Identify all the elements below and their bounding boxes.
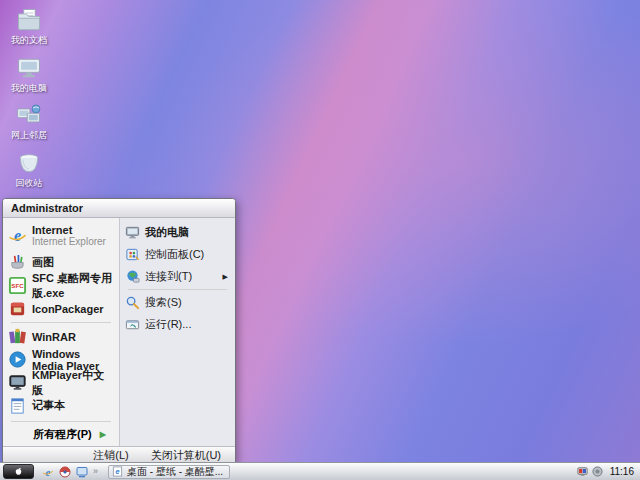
desktop-icon-label: 回收站 (2, 178, 56, 188)
connect-to-icon (125, 269, 140, 284)
svg-text:e: e (14, 227, 21, 244)
menu-item-label: Internet (32, 225, 106, 236)
paint-icon (8, 253, 27, 272)
windows-media-player-icon (8, 350, 27, 369)
menu-separator (11, 322, 111, 323)
taskbar-clock[interactable]: 11:16 (610, 466, 634, 477)
show-desktop-icon[interactable] (76, 466, 88, 478)
start-menu-right-column: 我的电脑 控制面板(C) 连接到(T) ▶ 搜索(S) (119, 218, 235, 446)
menu-item-sublabel: Internet Explorer (32, 236, 106, 247)
menu-item-iconpackager[interactable]: IconPackager (5, 297, 117, 320)
start-menu-body: e InternetInternet Explorer 画图 SFC SFC 桌… (3, 218, 235, 446)
run-icon (125, 317, 140, 332)
start-apple-logo-icon (13, 466, 24, 477)
desktop: 我的文档 我的电脑 网上邻居 回收站 Administrator e Inter… (0, 0, 640, 480)
start-menu: Administrator e InternetInternet Explore… (2, 198, 236, 464)
menu-item-label: 搜索(S) (145, 295, 182, 310)
menu-item-my-computer[interactable]: 我的电脑 (122, 222, 233, 243)
menu-item-label: 运行(R)... (145, 317, 191, 332)
menu-separator (11, 421, 111, 422)
network-places-icon (15, 101, 43, 129)
my-computer-icon (15, 54, 43, 82)
menu-item-label: 连接到(T) (145, 269, 192, 284)
taskbar: e » e 桌面 - 壁纸 - 桌酷壁... 11:16 (0, 462, 640, 480)
menu-item-internet[interactable]: e InternetInternet Explorer (5, 221, 117, 251)
volume-icon[interactable] (592, 466, 603, 477)
desktop-icon-label: 我的文档 (2, 35, 56, 45)
menu-item-label: SFC 桌酷网专用版.exe (32, 271, 114, 301)
internet-explorer-icon: e (8, 227, 27, 246)
menu-spacer (5, 417, 117, 419)
svg-text:e: e (115, 467, 119, 476)
menu-item-label: WinRAR (32, 331, 76, 343)
media-player-icon[interactable] (59, 466, 71, 478)
menu-item-run[interactable]: 运行(R)... (122, 314, 233, 335)
menu-item-notepad[interactable]: 记事本 (5, 394, 117, 417)
menu-item-label: 记事本 (32, 398, 65, 413)
menu-item-kmplayer[interactable]: KMPlayer中文版 (5, 371, 117, 394)
internet-explorer-page-icon: e (112, 466, 123, 477)
menu-item-label: 控制面板(C) (145, 247, 204, 262)
quick-launch-bar: e » (42, 466, 98, 478)
desktop-icon-label: 我的电脑 (2, 83, 56, 93)
desktop-icon-network-places[interactable]: 网上邻居 (2, 101, 56, 140)
recycle-bin-icon (15, 149, 43, 177)
search-icon (125, 295, 140, 310)
svg-text:e: e (46, 466, 51, 478)
desktop-icon-my-computer[interactable]: 我的电脑 (2, 54, 56, 93)
my-computer-icon (125, 225, 140, 240)
internet-explorer-icon[interactable]: e (42, 466, 54, 478)
start-button[interactable] (3, 464, 34, 479)
menu-item-control-panel[interactable]: 控制面板(C) (122, 244, 233, 265)
menu-item-label: IconPackager (32, 303, 104, 315)
control-panel-icon (125, 247, 140, 262)
notepad-icon (8, 396, 27, 415)
start-menu-user-name: Administrator (3, 199, 235, 218)
all-programs-label: 所有程序(P) (33, 427, 92, 442)
desktop-icon-recycle-bin[interactable]: 回收站 (2, 149, 56, 188)
start-menu-footer: 注销(L) 关闭计算机(U) (3, 446, 235, 463)
menu-item-search[interactable]: 搜索(S) (122, 292, 233, 313)
menu-item-label: 画图 (32, 255, 54, 270)
menu-item-winrar[interactable]: WinRAR (5, 325, 117, 348)
taskbar-window-button-label: 桌面 - 壁纸 - 桌酷壁... (127, 465, 223, 479)
chevron-right-icon[interactable]: » (93, 467, 98, 476)
shut-down-button[interactable]: 关闭计算机(U) (151, 448, 221, 463)
submenu-arrow-icon: ▶ (223, 273, 230, 281)
display-settings-icon[interactable] (577, 466, 588, 477)
svg-text:SFC: SFC (11, 282, 24, 289)
iconpackager-icon (8, 299, 27, 318)
start-menu-left-column: e InternetInternet Explorer 画图 SFC SFC 桌… (3, 218, 119, 446)
menu-item-connect-to[interactable]: 连接到(T) ▶ (122, 266, 233, 287)
menu-item-label: KMPlayer中文版 (32, 368, 114, 398)
all-programs-button[interactable]: 所有程序(P) ▶ (5, 424, 117, 444)
menu-item-label: 我的电脑 (145, 225, 189, 240)
taskbar-window-button[interactable]: e 桌面 - 壁纸 - 桌酷壁... (108, 465, 230, 479)
desktop-icon-my-documents[interactable]: 我的文档 (2, 6, 56, 45)
all-programs-arrow-icon: ▶ (100, 430, 106, 439)
log-off-button[interactable]: 注销(L) (93, 448, 128, 463)
system-tray: 11:16 (577, 466, 637, 477)
my-documents-icon (15, 6, 43, 34)
kmplayer-icon (8, 373, 27, 392)
menu-item-sfc[interactable]: SFC SFC 桌酷网专用版.exe (5, 274, 117, 297)
winrar-icon (8, 327, 27, 346)
desktop-icon-label: 网上邻居 (2, 130, 56, 140)
menu-separator (128, 289, 227, 290)
sfc-icon: SFC (8, 276, 27, 295)
